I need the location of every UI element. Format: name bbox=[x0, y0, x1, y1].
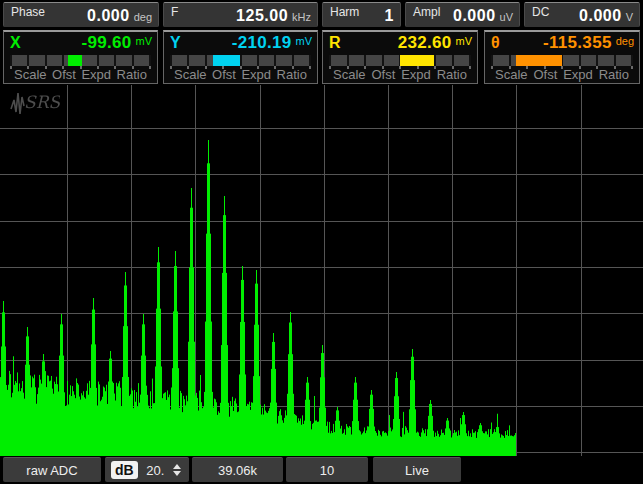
bottom-bar: raw ADC dB 20. 39.06k 10 Live bbox=[0, 456, 643, 484]
srs-logo-waveform bbox=[11, 93, 24, 114]
harmonic-panel[interactable]: Harm 1 bbox=[322, 2, 401, 27]
source-button[interactable]: raw ADC bbox=[3, 457, 101, 482]
spinner-up-icon[interactable] bbox=[173, 464, 181, 469]
channel-x-meter bbox=[11, 55, 150, 66]
amplitude-panel[interactable]: Ampl 0.000uV bbox=[405, 2, 520, 27]
channel-r-unit: mV bbox=[456, 34, 473, 47]
channel-x-scale-button[interactable]: Scale bbox=[14, 67, 47, 82]
spectrum-plot-area[interactable]: SRS bbox=[0, 85, 643, 456]
channel-x-ratio-button[interactable]: Ratio bbox=[117, 67, 147, 82]
channel-theta-meter bbox=[492, 55, 632, 66]
channel-r-ofst-button[interactable]: Ofst bbox=[371, 67, 395, 82]
channel-theta-meter-bar bbox=[516, 55, 562, 66]
db-scale-button[interactable]: dB 20. bbox=[105, 457, 189, 482]
phase-panel[interactable]: Phase 0.000deg bbox=[3, 2, 159, 27]
harmonic-value: 1 bbox=[385, 7, 394, 25]
channel-r-ratio-button[interactable]: Ratio bbox=[437, 67, 467, 82]
channel-x-meter-bar bbox=[68, 55, 82, 66]
db-spinner[interactable] bbox=[173, 464, 181, 476]
phase-unit: deg bbox=[134, 11, 152, 23]
channel-r-scale-button[interactable]: Scale bbox=[333, 67, 366, 82]
channel-theta-scale-button[interactable]: Scale bbox=[495, 67, 528, 82]
channel-y-letter: Y bbox=[170, 34, 181, 52]
channel-theta-unit: deg bbox=[616, 34, 634, 47]
channel-x-value: -99.60 bbox=[81, 34, 131, 52]
spinner-down-icon[interactable] bbox=[173, 471, 181, 476]
phase-value: 0.000 bbox=[87, 7, 130, 25]
channel-r-meter-bar bbox=[400, 55, 434, 66]
amplitude-value: 0.000 bbox=[453, 7, 496, 25]
channel-x-unit: mV bbox=[136, 34, 153, 47]
channel-y-scale-button[interactable]: Scale bbox=[174, 67, 207, 82]
lockin-screen: Phase 0.000deg F 125.00kHz Harm 1 Ampl 0… bbox=[0, 0, 643, 484]
amplitude-label: Ampl bbox=[413, 5, 440, 19]
dc-offset-panel[interactable]: DC 0.000V bbox=[524, 2, 640, 27]
frequency-panel[interactable]: F 125.00kHz bbox=[163, 2, 318, 27]
channel-y-panel: Y -210.19 mV Scale Ofst Expd Ratio bbox=[163, 30, 318, 84]
channel-theta-panel: θ -115.355 deg Scale Ofst Expd Ratio bbox=[484, 30, 640, 84]
channel-theta-value: -115.355 bbox=[543, 34, 612, 52]
channel-theta-letter: θ bbox=[491, 34, 500, 52]
channel-x-expd-button[interactable]: Expd bbox=[81, 67, 111, 82]
db-value: 20. bbox=[138, 463, 173, 478]
dc-offset-value: 0.000 bbox=[579, 7, 622, 25]
spectrum-canvas[interactable] bbox=[0, 85, 643, 456]
srs-logo-text: SRS bbox=[24, 92, 60, 112]
channel-y-meter bbox=[171, 55, 310, 66]
srs-logo: SRS bbox=[8, 88, 60, 116]
channel-r-meter bbox=[330, 55, 470, 66]
channel-y-value: -210.19 bbox=[232, 34, 292, 52]
frequency-unit: kHz bbox=[292, 11, 311, 23]
amplitude-unit: uV bbox=[500, 11, 513, 23]
frequency-value: 125.00 bbox=[236, 7, 288, 25]
channel-y-meter-bar bbox=[213, 55, 241, 66]
channel-y-ofst-button[interactable]: Ofst bbox=[212, 67, 236, 82]
dc-offset-label: DC bbox=[532, 5, 549, 19]
channel-y-unit: mV bbox=[296, 34, 313, 47]
channel-x-ofst-button[interactable]: Ofst bbox=[52, 67, 76, 82]
channel-x-letter: X bbox=[10, 34, 21, 52]
channel-theta-expd-button[interactable]: Expd bbox=[563, 67, 593, 82]
channel-r-expd-button[interactable]: Expd bbox=[401, 67, 431, 82]
live-mode-button[interactable]: Live bbox=[373, 457, 461, 482]
harmonic-label: Harm bbox=[330, 5, 359, 19]
frequency-label: F bbox=[171, 5, 178, 19]
channel-r-value: 232.60 bbox=[398, 34, 452, 52]
channel-y-ratio-button[interactable]: Ratio bbox=[277, 67, 307, 82]
span-button[interactable]: 39.06k bbox=[192, 457, 283, 482]
channel-y-expd-button[interactable]: Expd bbox=[241, 67, 271, 82]
dc-offset-unit: V bbox=[626, 11, 633, 23]
channel-theta-ofst-button[interactable]: Ofst bbox=[533, 67, 557, 82]
average-button[interactable]: 10 bbox=[286, 457, 368, 482]
db-chip[interactable]: dB bbox=[111, 461, 138, 479]
channel-x-panel: X -99.60 mV Scale Ofst Expd Ratio bbox=[3, 30, 158, 84]
phase-label: Phase bbox=[11, 5, 45, 19]
channel-r-letter: R bbox=[329, 34, 341, 52]
channel-r-panel: R 232.60 mV Scale Ofst Expd Ratio bbox=[322, 30, 478, 84]
channel-theta-ratio-button[interactable]: Ratio bbox=[599, 67, 629, 82]
